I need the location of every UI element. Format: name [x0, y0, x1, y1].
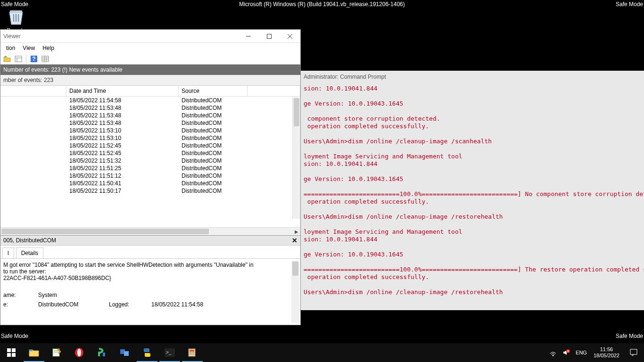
event-table: Date and Time Source 18/05/2022 11:54:58…: [0, 86, 300, 235]
close-button[interactable]: [280, 30, 300, 43]
recycle-bin-icon: [7, 8, 25, 26]
taskbar-clock[interactable]: 11:56 18/05/2022: [590, 346, 623, 359]
table-row[interactable]: 18/05/2022 11:53:48DistributedCOM: [0, 119, 300, 127]
taskbar-app-green[interactable]: [91, 343, 113, 362]
event-detail-line2: to run the server:: [3, 268, 297, 275]
taskbar-date: 18/05/2022: [594, 353, 619, 359]
table-row[interactable]: 18/05/2022 11:53:48DistributedCOM: [0, 104, 300, 112]
command-prompt-window: Administrator: Command Prompt sion: 10.0…: [301, 71, 644, 310]
table-row[interactable]: 18/05/2022 11:52:45DistributedCOM: [0, 149, 300, 157]
command-prompt-body[interactable]: sion: 10.0.19041.844 ge Version: 10.0.19…: [301, 83, 644, 310]
svg-rect-41: [630, 349, 637, 354]
taskbar-notepadpp[interactable]: [45, 343, 68, 362]
event-detail-vscrollbar[interactable]: [291, 261, 299, 323]
svg-rect-34: [190, 350, 194, 352]
tray-wifi-icon[interactable]: [546, 343, 560, 362]
event-table-header: Date and Time Source: [0, 86, 300, 97]
svg-rect-4: [267, 34, 272, 38]
svg-rect-13: [42, 56, 49, 62]
col-source[interactable]: Source: [179, 86, 248, 96]
event-detail-close-icon[interactable]: ✕: [292, 237, 297, 244]
table-row[interactable]: 18/05/2022 11:51:32DistributedCOM: [0, 157, 300, 165]
watermark-bottom-left: Safe Mode: [1, 333, 28, 339]
event-table-hscrollbar[interactable]: ▶: [0, 227, 300, 235]
table-row[interactable]: 18/05/2022 11:53:10DistributedCOM: [0, 134, 300, 142]
tray-notifications-icon[interactable]: [623, 343, 644, 362]
table-row[interactable]: 18/05/2022 11:51:25DistributedCOM: [0, 165, 300, 172]
event-viewer-title: Viewer: [0, 33, 238, 40]
svg-point-37: [553, 355, 554, 356]
maximize-button[interactable]: [259, 30, 280, 43]
event-detail-pane: 005, DistributedCOM ✕ l Details M got er…: [0, 235, 300, 325]
taskbar-app-blue[interactable]: [113, 343, 136, 362]
taskbar-opera[interactable]: [68, 343, 91, 362]
table-row[interactable]: 18/05/2022 11:52:45DistributedCOM: [0, 142, 300, 149]
svg-rect-1: [16, 14, 17, 22]
svg-point-27: [77, 349, 81, 356]
svg-rect-28: [103, 353, 105, 356]
watermark-bottom-right: Safe Mode: [616, 333, 643, 339]
svg-rect-19: [12, 348, 16, 352]
command-prompt-title: Administrator: Command Prompt: [304, 74, 386, 80]
taskbar-event-viewer[interactable]: [181, 343, 204, 362]
event-summary-bar: Number of events: 223 (!) New events ava…: [0, 65, 300, 75]
col-datetime[interactable]: Date and Time: [66, 86, 179, 96]
toolbar-help-icon[interactable]: ?: [29, 54, 39, 64]
event-viewer-menubar: tion View Help: [0, 43, 300, 53]
toolbar-open-icon[interactable]: [2, 54, 12, 64]
tray-language[interactable]: ENG: [573, 343, 590, 362]
menu-help[interactable]: Help: [39, 44, 58, 52]
svg-rect-18: [7, 348, 11, 352]
table-row[interactable]: 18/05/2022 11:51:12DistributedCOM: [0, 172, 300, 180]
event-detail-line3: 22ACC-F821-461A-A407-50B198B896DC}: [3, 275, 297, 281]
svg-rect-0: [13, 14, 14, 22]
taskbar: >_ ENG 11:56 18/05/2022: [0, 343, 644, 362]
taskbar-command-prompt[interactable]: >_: [158, 343, 181, 362]
event-detail-line1: M got error "1084" attempting to start t…: [3, 262, 297, 268]
svg-rect-8: [15, 56, 22, 62]
event-sub-summary: mber of events: 223: [0, 75, 300, 86]
tab-details[interactable]: Details: [16, 247, 44, 258]
table-row[interactable]: 18/05/2022 11:53:10DistributedCOM: [0, 127, 300, 134]
toolbar-grid-icon[interactable]: [41, 54, 50, 64]
kv-logname-key: ame:: [3, 292, 38, 298]
svg-rect-20: [7, 353, 11, 357]
col-level[interactable]: [0, 86, 66, 96]
col-blank[interactable]: [248, 86, 300, 96]
svg-rect-30: [124, 351, 129, 356]
watermark-top-left: Safe Mode: [1, 1, 28, 8]
event-detail-header: 005, DistributedCOM ✕: [0, 236, 300, 246]
taskbar-python[interactable]: [136, 343, 158, 362]
menu-action[interactable]: tion: [2, 44, 19, 52]
tab-general[interactable]: l: [2, 247, 14, 258]
toolbar-separator: [26, 55, 26, 63]
menu-view[interactable]: View: [19, 44, 39, 52]
event-detail-title: 005, DistributedCOM: [3, 237, 56, 244]
svg-text:>_: >_: [166, 350, 172, 355]
event-table-vscrollbar[interactable]: [292, 97, 300, 219]
svg-rect-22: [29, 350, 33, 351]
command-prompt-titlebar[interactable]: Administrator: Command Prompt: [301, 71, 644, 83]
watermark-top-right: Safe Mode: [616, 1, 643, 8]
event-viewer-window: Viewer tion View Help ? Number of events…: [0, 29, 301, 325]
svg-rect-2: [18, 14, 19, 22]
event-viewer-titlebar[interactable]: Viewer: [0, 30, 300, 43]
table-row[interactable]: 18/05/2022 11:53:48DistributedCOM: [0, 112, 300, 119]
minimize-button[interactable]: [238, 30, 259, 43]
kv-logged-key: Logged:: [109, 301, 151, 308]
kv-source-val: DistributedCOM: [38, 301, 109, 308]
taskbar-time: 11:56: [594, 346, 619, 353]
watermark-build: Microsoft (R) Windows (R) (Build 19041.v…: [239, 1, 405, 8]
kv-source-key: e:: [3, 301, 38, 308]
taskbar-file-explorer[interactable]: [23, 343, 45, 362]
table-row[interactable]: 18/05/2022 11:54:58DistributedCOM: [0, 97, 300, 104]
kv-logname-val: System: [38, 292, 109, 298]
start-button[interactable]: [0, 343, 23, 362]
toolbar-properties-icon[interactable]: [14, 54, 23, 64]
event-viewer-toolbar: ?: [0, 53, 300, 65]
svg-text:?: ?: [32, 56, 35, 62]
table-row[interactable]: 18/05/2022 11:50:17DistributedCOM: [0, 187, 300, 195]
tray-volume-icon[interactable]: [560, 343, 573, 362]
table-row[interactable]: 18/05/2022 11:50:41DistributedCOM: [0, 180, 300, 187]
kv-logged-val: 18/05/2022 11:54:58: [151, 301, 222, 308]
